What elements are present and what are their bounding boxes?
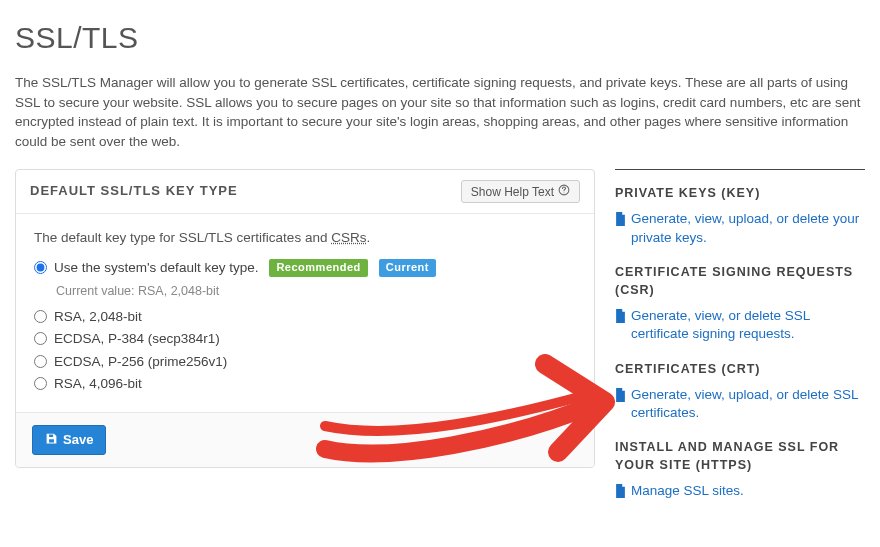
panel-header: DEFAULT SSL/TLS KEY TYPE Show Help Text <box>16 170 594 214</box>
svg-point-1 <box>564 193 565 194</box>
key-type-label: ECDSA, P-384 (secp384r1) <box>54 329 220 349</box>
show-help-label: Show Help Text <box>471 185 554 199</box>
recommended-badge: Recommended <box>269 259 367 277</box>
save-icon <box>45 432 58 448</box>
panel-description: The default key type for SSL/TLS certifi… <box>34 228 576 248</box>
file-icon <box>615 388 626 407</box>
sidebar-link-label: Generate, view, upload, or delete your p… <box>631 210 865 246</box>
sidebar-heading-crt: CERTIFICATES (CRT) <box>615 360 865 378</box>
sidebar-heading-keys: PRIVATE KEYS (KEY) <box>615 184 865 202</box>
file-icon <box>615 212 626 231</box>
panel-footer: Save <box>16 412 594 467</box>
key-type-option-ecdsa256[interactable]: ECDSA, P-256 (prime256v1) <box>34 352 576 372</box>
sidebar-heading-csr: CERTIFICATE SIGNING REQUESTS (CSR) <box>615 263 865 299</box>
sidebar-link-install[interactable]: Manage SSL sites. <box>615 482 865 503</box>
key-type-default-sub: Current value: RSA, 2,048-bit <box>56 282 576 300</box>
key-type-label: Use the system's default key type. <box>54 258 258 278</box>
sidebar-link-label: Manage SSL sites. <box>631 482 744 500</box>
file-icon <box>615 309 626 328</box>
sidebar-link-crt[interactable]: Generate, view, upload, or delete SSL ce… <box>615 386 865 422</box>
key-type-radio-ecdsa256[interactable] <box>34 355 47 368</box>
show-help-button[interactable]: Show Help Text <box>461 180 580 203</box>
key-type-radio-rsa2048[interactable] <box>34 310 47 323</box>
file-icon <box>615 484 626 503</box>
panel-title: DEFAULT SSL/TLS KEY TYPE <box>30 182 238 201</box>
current-badge: Current <box>379 259 436 277</box>
main-column: DEFAULT SSL/TLS KEY TYPE Show Help Text … <box>15 169 595 468</box>
panel-body: The default key type for SSL/TLS certifi… <box>16 214 594 412</box>
sidebar-link-private-keys[interactable]: Generate, view, upload, or delete your p… <box>615 210 865 246</box>
sidebar-link-csr[interactable]: Generate, view, or delete SSL certificat… <box>615 307 865 343</box>
key-type-radio-group: Use the system's default key type. Recom… <box>34 258 576 394</box>
desc-text: The default key type for SSL/TLS certifi… <box>34 230 331 245</box>
key-type-option-default[interactable]: Use the system's default key type. Recom… <box>34 258 576 278</box>
page-intro: The SSL/TLS Manager will allow you to ge… <box>15 73 865 151</box>
key-type-option-ecdsa384[interactable]: ECDSA, P-384 (secp384r1) <box>34 329 576 349</box>
page-title: SSL/TLS <box>15 16 865 60</box>
save-label: Save <box>63 432 93 447</box>
csr-abbr: CSRs <box>331 230 366 245</box>
key-type-label: RSA, 2,048-bit <box>54 307 142 327</box>
sidebar-link-label: Generate, view, or delete SSL certificat… <box>631 307 865 343</box>
key-type-radio-default[interactable] <box>34 261 47 274</box>
key-type-label: ECDSA, P-256 (prime256v1) <box>54 352 227 372</box>
key-type-option-rsa2048[interactable]: RSA, 2,048-bit <box>34 307 576 327</box>
key-type-radio-ecdsa384[interactable] <box>34 332 47 345</box>
sidebar: PRIVATE KEYS (KEY) Generate, view, uploa… <box>615 169 865 503</box>
save-button[interactable]: Save <box>32 425 106 455</box>
sidebar-heading-install: INSTALL AND MANAGE SSL FOR YOUR SITE (HT… <box>615 438 865 474</box>
key-type-option-rsa4096[interactable]: RSA, 4,096-bit <box>34 374 576 394</box>
key-type-label: RSA, 4,096-bit <box>54 374 142 394</box>
sidebar-link-label: Generate, view, upload, or delete SSL ce… <box>631 386 865 422</box>
default-key-type-panel: DEFAULT SSL/TLS KEY TYPE Show Help Text … <box>15 169 595 468</box>
key-type-radio-rsa4096[interactable] <box>34 377 47 390</box>
help-icon <box>558 184 570 199</box>
